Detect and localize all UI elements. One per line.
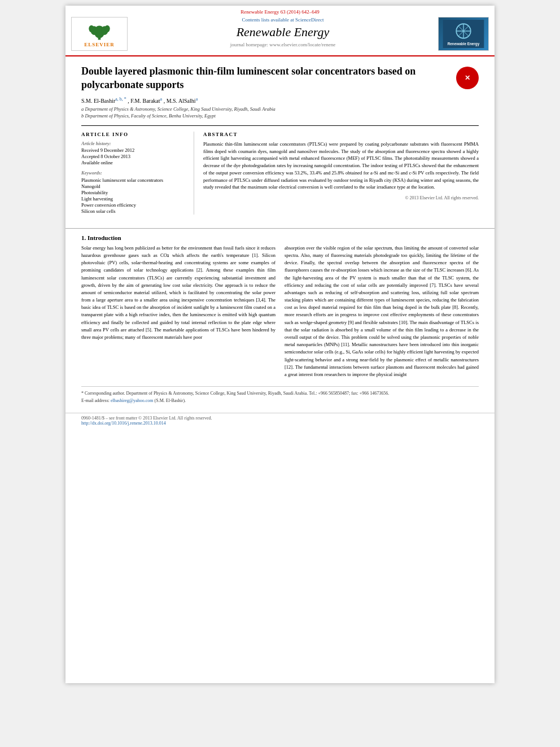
elsevier-logo: ELSEVIER — [71, 17, 133, 53]
elsevier-tree-icon — [85, 21, 113, 41]
elsevier-brand-text: ELSEVIER — [84, 42, 115, 47]
intro-two-col: Solar energy has long been publicized as… — [81, 244, 479, 382]
journal-header: Renewable Energy 63 (2014) 642–649 ELSEV… — [65, 6, 495, 56]
issn-text: 0960-1481/$ – see front matter © 2013 El… — [81, 416, 212, 421]
section-divider — [65, 228, 495, 229]
abstract-col: ABSTRACT Plasmonic thin-film luminescent… — [203, 132, 479, 215]
journal-homepage: journal homepage: www.elsevier.com/locat… — [139, 42, 427, 47]
article-info-col: ARTICLE INFO Article history: Received 9… — [81, 132, 194, 215]
crossmark-badge: ✕ — [456, 67, 479, 89]
authors-line: S.M. El-Bashira, b, * , F.M. Barakata , … — [81, 97, 479, 104]
email-link[interactable]: elbashireg@yahoo.com — [111, 398, 154, 403]
keyword-3: Photostability — [81, 190, 188, 195]
author2-name: , F.M. Barakat — [128, 98, 160, 104]
keyword-6: Silicon solar cells — [81, 208, 188, 214]
title-section: ✕ Double layered plasmonic thin-film lum… — [81, 64, 479, 92]
article-info-title: ARTICLE INFO — [81, 132, 188, 137]
renewable-energy-logo-box: Renewable Energy — [438, 17, 489, 51]
intro-col1-text: Solar energy has long been publicized as… — [81, 244, 275, 341]
intro-heading: 1. Introduction — [81, 234, 479, 241]
doi-bar: 0960-1481/$ – see front matter © 2013 El… — [65, 413, 495, 428]
affiliation-a: a Department of Physics & Astronomy, Sci… — [81, 106, 479, 112]
keyword-1: Plasmonic luminescent solar concentrator… — [81, 177, 188, 183]
accepted-text: Accepted 8 October 2013 — [81, 154, 188, 159]
intro-col2: absorption over the visible region of th… — [285, 244, 479, 382]
renewable-icon-svg: Renewable Energy — [441, 20, 486, 48]
doi-link[interactable]: http://dx.doi.org/10.1016/j.renene.2013.… — [81, 421, 166, 426]
keyword-5: Power conversion efficiency — [81, 202, 188, 208]
keyword-4: Light harvesting — [81, 196, 188, 202]
journal-right-logo: Renewable Energy — [432, 17, 489, 51]
author3-name: , M.S. AlSalhi — [164, 98, 196, 104]
article-title: Double layered plasmonic thin-film lumin… — [81, 64, 479, 92]
abstract-title: ABSTRACT — [203, 132, 479, 137]
journal-top-bar: ELSEVIER Contents lists available at Sci… — [71, 17, 489, 53]
citation-bar: Renewable Energy 63 (2014) 642–649 — [71, 9, 489, 15]
keywords-label: Keywords: — [81, 170, 188, 176]
main-content: 1. Introduction Solar energy has long be… — [65, 234, 495, 413]
intro-col2-text: absorption over the visible region of th… — [285, 244, 479, 378]
elsevier-logo-box: ELSEVIER — [71, 17, 128, 51]
email-label: E-mail address: — [81, 398, 110, 403]
author3-sup: a — [196, 97, 198, 102]
available-text: Available online — [81, 160, 188, 165]
keyword-2: Nanogold — [81, 184, 188, 189]
sciencedirect-anchor[interactable]: ScienceDirect — [295, 17, 323, 23]
received-text: Received 9 December 2012 — [81, 147, 188, 153]
affiliation-b: b Department of Physics, Faculty of Scie… — [81, 113, 479, 119]
footnote-section: * Corresponding author. Department of Ph… — [81, 386, 479, 404]
intro-col1: Solar energy has long been publicized as… — [81, 244, 275, 382]
renewable-energy-icon: Renewable Energy — [441, 20, 486, 48]
sciencedirect-link: Contents lists available at ScienceDirec… — [139, 17, 427, 23]
email-person: (S.M. El-Bashir). — [155, 398, 186, 403]
author1-name: S.M. El-Bashir — [81, 98, 115, 104]
corresponding-note: * Corresponding author. Department of Ph… — [81, 390, 479, 396]
article-content: ✕ Double layered plasmonic thin-film lum… — [65, 56, 495, 222]
copyright-text: © 2013 Elsevier Ltd. All rights reserved… — [203, 195, 479, 200]
svg-text:Renewable Energy: Renewable Energy — [448, 42, 480, 46]
author2-sup: a — [160, 97, 163, 102]
svg-point-4 — [89, 25, 94, 32]
author1-sup: a, b, * — [115, 97, 126, 102]
svg-point-5 — [104, 25, 110, 32]
email-note: E-mail address: elbashireg@yahoo.com (S.… — [81, 397, 479, 404]
journal-center: Contents lists available at ScienceDirec… — [133, 17, 432, 47]
history-label: Article history: — [81, 141, 188, 146]
journal-name: Renewable Energy — [139, 25, 427, 40]
abstract-text: Plasmonic thin-film luminescent solar co… — [203, 141, 479, 191]
article-info-abstract: ARTICLE INFO Article history: Received 9… — [81, 125, 479, 215]
